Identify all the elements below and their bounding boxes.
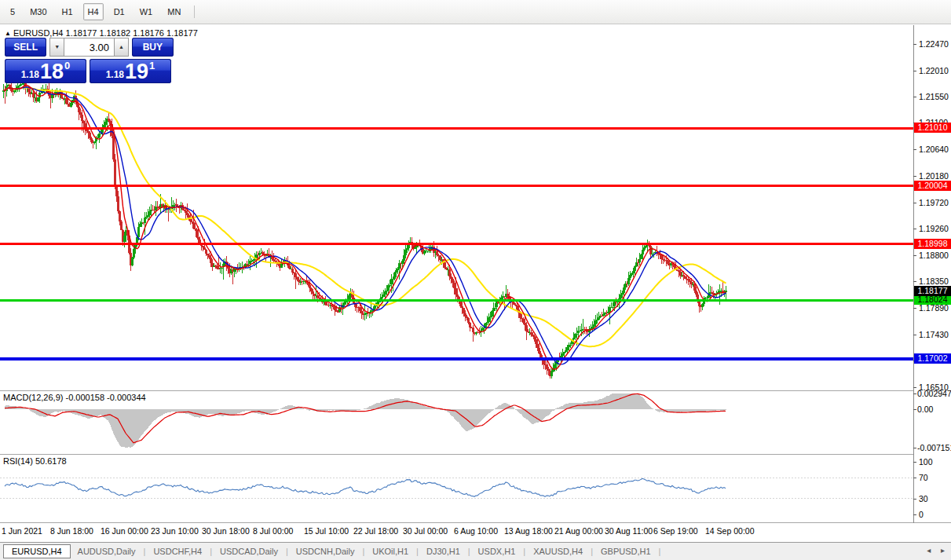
macd-indicator-label: MACD(12,26,9) -0.000158 -0.000344 [3, 393, 146, 402]
price-tick [913, 97, 916, 97]
timeframe-toolbar: 5M30H1H4D1W1MN [0, 0, 951, 24]
toolbar-separator [194, 5, 195, 18]
chart-tab-usdcnh-daily[interactable]: USDCNH,Daily [289, 545, 362, 558]
price-tick [913, 308, 916, 309]
tab-divider: | [658, 547, 662, 556]
price-tick-label: 1.18800 [919, 251, 949, 260]
price-tick [913, 71, 916, 71]
rsi-indicator-label: RSI(14) 50.6178 [3, 456, 67, 466]
timeframe-button-m30[interactable]: M30 [25, 3, 51, 20]
price-tick-label: 1.22470 [919, 39, 949, 49]
rsi-scale-label: 30 [919, 494, 928, 503]
tab-scroll-arrows: ◂ ▸ [919, 546, 945, 555]
rsi-tick [913, 462, 916, 463]
timeframe-button-d1[interactable]: D1 [109, 3, 130, 20]
rsi-tick [913, 499, 916, 500]
price-tick [913, 255, 916, 256]
macd-scale-label: 0.002947 [917, 389, 951, 398]
sell-price-sup: 0 [64, 60, 70, 71]
timeframe-button-5[interactable]: 5 [5, 3, 20, 20]
chart-title: ▲EURUSD,H4 1.18177 1.18182 1.18176 1.181… [5, 28, 198, 38]
chart-tab-ukoil-h1[interactable]: UKOil,H1 [365, 545, 415, 558]
volume-decrease-button[interactable]: ▼ [49, 38, 64, 57]
chart-symbol-label: EURUSD,H4 [13, 28, 64, 38]
buy-price-display[interactable]: 1.18 19 1 [90, 59, 171, 83]
sell-price-display[interactable]: 1.18 18 0 [5, 59, 86, 83]
time-axis-label: 30 Aug 11:00 [605, 526, 653, 536]
time-axis-label: 1 Jun 2021 [2, 526, 42, 536]
collapse-triangle-icon[interactable]: ▲ [5, 30, 11, 37]
tab-scroll-right-icon[interactable]: ▸ [941, 546, 945, 555]
price-tick [913, 176, 916, 177]
price-tick [913, 44, 916, 45]
price-tick-label: 1.20180 [919, 171, 949, 181]
time-axis-label: 8 Jul 00:00 [253, 526, 293, 536]
time-axis-label: 6 Sep 19:00 [653, 526, 698, 536]
price-tick-label: 1.22010 [919, 66, 949, 75]
time-axis-label: 8 Jun 18:00 [50, 526, 93, 536]
rsi-scale-label: 70 [919, 473, 928, 482]
price-tick [913, 203, 916, 203]
time-axis-label: 16 Jun 00:00 [101, 526, 148, 536]
price-tick [913, 149, 916, 150]
time-axis-label: 15 Jul 10:00 [304, 526, 349, 536]
volume-increase-button[interactable]: ▲ [114, 38, 129, 57]
time-axis-label: 23 Jun 10:00 [151, 526, 199, 536]
chart-tab-audusd-daily[interactable]: AUDUSD,Daily [71, 545, 143, 558]
current-price-label: 1.18177 [914, 286, 951, 296]
price-tick-label: 1.19720 [919, 198, 949, 207]
price-tick [913, 387, 916, 388]
timeframe-button-mn[interactable]: MN [163, 3, 185, 20]
chart-tab-usdcad-daily[interactable]: USDCAD,Daily [213, 545, 285, 558]
buy-price-big: 19 [125, 61, 148, 82]
rsi-tick [913, 514, 916, 515]
time-axis-label: 14 Sep 00:00 [705, 526, 754, 536]
rsi-scale-label: 100 [919, 457, 933, 467]
rsi-tick [913, 478, 916, 478]
macd-scale-label: -0.007151 [917, 443, 951, 452]
time-axis-border [0, 522, 951, 523]
price-tick-label: 1.17430 [919, 330, 949, 339]
time-axis-label: 22 Jul 18:00 [353, 526, 398, 536]
rsi-scale-label: 0 [919, 510, 924, 519]
macd-tick [913, 448, 916, 448]
chart-tab-usdx-h1[interactable]: USDX,H1 [471, 545, 523, 558]
chart-tab-eurusd-h4[interactable]: EURUSD,H4 [3, 544, 71, 558]
chart-tab-usdchf-h4[interactable]: USDCHF,H4 [146, 545, 209, 558]
price-tick-label: 1.18350 [919, 276, 949, 286]
one-click-trade-panel: SELL ▼ ▲ BUY 1.18 18 0 1.18 19 1 [5, 38, 174, 83]
level-price-label: 1.21010 [914, 123, 951, 133]
chart-tab-xauusd-h4[interactable]: XAUUSD,H4 [526, 545, 590, 558]
macd-scale-label: 0.00 [917, 404, 933, 414]
rsi-chart[interactable] [0, 454, 913, 522]
chart-tab-gbpusd-h1[interactable]: GBPUSD,H1 [594, 545, 658, 558]
price-tick [913, 335, 916, 335]
timeframe-button-w1[interactable]: W1 [135, 3, 158, 20]
level-price-label: 1.18998 [914, 239, 951, 249]
price-tick-label: 1.20640 [919, 145, 949, 154]
chart-ohlc-quote: 1.18177 1.18182 1.18176 1.18177 [66, 28, 198, 38]
sell-price-small: 1.18 [21, 69, 39, 80]
timeframe-button-h1[interactable]: H1 [57, 3, 78, 20]
price-tick-label: 1.19260 [919, 224, 949, 233]
buy-button[interactable]: BUY [132, 38, 174, 57]
chart-tab-dj30-h1[interactable]: DJ30,H1 [419, 545, 467, 558]
tab-scroll-left-icon[interactable]: ◂ [927, 546, 931, 555]
time-axis-label: 21 Aug 00:00 [554, 526, 603, 536]
timeframe-button-h4[interactable]: H4 [83, 3, 104, 20]
buy-price-sup: 1 [149, 60, 155, 71]
time-axis-label: 30 Jun 18:00 [202, 526, 250, 536]
time-axis-label: 13 Aug 18:00 [504, 526, 553, 536]
price-tick [913, 229, 916, 229]
level-price-label: 1.17002 [914, 353, 951, 364]
time-axis-label: 30 Jul 00:00 [403, 526, 448, 536]
time-axis-label: 6 Aug 10:00 [454, 526, 498, 536]
sell-button[interactable]: SELL [5, 38, 46, 57]
sell-price-big: 18 [40, 61, 64, 82]
macd-tick [913, 409, 916, 410]
price-tick [913, 281, 916, 282]
volume-input[interactable] [64, 38, 114, 57]
buy-price-small: 1.18 [106, 69, 124, 80]
price-tick-label: 1.21550 [919, 92, 949, 101]
level-price-label: 1.20004 [914, 181, 951, 191]
